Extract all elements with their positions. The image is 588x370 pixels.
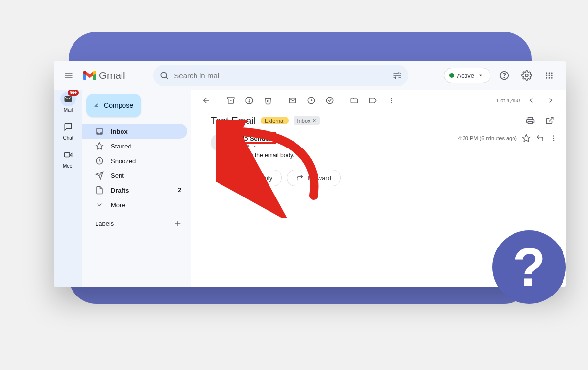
header-actions: Active — [444, 67, 558, 84]
svg-point-9 — [549, 72, 550, 74]
pagination-text: 1 of 4,450 — [496, 98, 520, 103]
print-button[interactable] — [522, 112, 539, 129]
mail-badge: 99+ — [68, 90, 79, 96]
search-bar[interactable] — [153, 65, 408, 86]
reply-button[interactable] — [536, 134, 544, 143]
compose-button[interactable]: Compose — [86, 94, 141, 117]
nav-starred[interactable]: Starred — [82, 139, 187, 153]
task-icon — [325, 96, 334, 105]
trash-icon — [264, 96, 272, 105]
back-button[interactable] — [198, 92, 215, 109]
svg-point-11 — [546, 75, 547, 76]
support-button[interactable] — [495, 67, 513, 84]
more-button[interactable] — [383, 92, 400, 109]
prev-button[interactable] — [523, 92, 539, 109]
move-to-button[interactable] — [346, 92, 363, 109]
mail-icon: 99+ — [60, 92, 76, 106]
status-button[interactable]: Active — [444, 68, 490, 83]
report-spam-button[interactable] — [241, 92, 258, 109]
forward-icon — [296, 174, 304, 182]
open-new-window-button[interactable] — [541, 112, 558, 129]
gmail-logo-icon — [83, 71, 96, 80]
remove-label-icon[interactable]: × — [313, 117, 316, 124]
apps-grid-icon — [545, 71, 554, 80]
mail-unread-icon — [288, 96, 297, 105]
sender-avatar[interactable] — [211, 134, 228, 151]
nav-sent[interactable]: Sent — [82, 168, 187, 183]
sender-highlight: No Sender — [235, 132, 276, 144]
main-menu-button[interactable] — [59, 66, 78, 85]
nav-more[interactable]: More — [82, 197, 187, 212]
gmail-window: Gmail Active — [54, 61, 566, 287]
search-icon — [159, 71, 169, 80]
hamburger-icon — [64, 71, 74, 80]
svg-point-40 — [553, 135, 554, 136]
svg-point-12 — [549, 75, 550, 76]
snooze-button[interactable] — [303, 92, 319, 109]
send-icon — [95, 171, 104, 180]
nav-inbox[interactable]: Inbox — [82, 124, 187, 139]
reply-actions: Reply Forward — [191, 159, 566, 186]
svg-point-13 — [551, 75, 553, 76]
add-label-button[interactable] — [173, 219, 182, 228]
chevron-left-icon — [527, 96, 536, 105]
chevron-down-icon — [95, 200, 104, 209]
clock-icon — [307, 96, 316, 105]
rail-chat-label: Chat — [63, 135, 73, 141]
star-button[interactable] — [522, 134, 531, 143]
settings-button[interactable] — [518, 67, 536, 84]
add-task-button[interactable] — [321, 92, 338, 109]
svg-rect-37 — [528, 122, 533, 124]
nav-drafts[interactable]: Drafts 2 — [82, 183, 187, 197]
chevron-down-icon — [252, 143, 258, 149]
search-input[interactable] — [174, 72, 388, 80]
question-mark-icon: ? — [513, 240, 545, 294]
message-more-button[interactable] — [549, 134, 558, 143]
file-icon — [95, 186, 104, 195]
recipient-line[interactable]: to me — [236, 143, 276, 149]
svg-point-15 — [549, 77, 550, 79]
external-chip: External — [261, 117, 288, 124]
svg-rect-36 — [528, 117, 533, 120]
rail-mail[interactable]: 99+ Mail — [60, 92, 76, 113]
message-toolbar: 1 of 4,450 — [191, 90, 566, 111]
email-subject: Test Email — [211, 115, 256, 126]
chat-icon — [60, 120, 76, 134]
labels-button[interactable] — [365, 92, 381, 109]
nav-drafts-label: Drafts — [111, 187, 129, 194]
nav-inbox-label: Inbox — [111, 128, 128, 135]
svg-point-34 — [391, 100, 392, 101]
svg-point-10 — [551, 72, 553, 74]
delete-button[interactable] — [260, 92, 276, 109]
reply-pill[interactable]: Reply — [235, 170, 282, 186]
chevron-down-icon — [477, 72, 484, 79]
inbox-chip[interactable]: Inbox × — [294, 116, 320, 125]
spam-icon — [245, 96, 254, 105]
svg-point-6 — [504, 77, 504, 78]
svg-point-16 — [551, 77, 553, 79]
sidebar: Compose Inbox Starred Snoozed Sent — [82, 90, 191, 287]
folder-move-icon — [350, 96, 359, 105]
meet-icon — [60, 148, 76, 162]
help-icon — [499, 70, 510, 81]
apps-button[interactable] — [540, 67, 558, 84]
subject-row: Test Email External Inbox × — [191, 111, 566, 133]
search-options-icon[interactable] — [392, 71, 402, 80]
rail-chat[interactable]: Chat — [60, 120, 76, 141]
mark-unread-button[interactable] — [284, 92, 301, 109]
svg-point-14 — [546, 77, 547, 79]
recipient-text: to me — [236, 143, 250, 149]
gmail-logo[interactable]: Gmail — [83, 70, 125, 81]
pencil-icon — [94, 100, 98, 110]
status-dot-icon — [449, 73, 454, 78]
archive-button[interactable] — [222, 92, 239, 109]
next-button[interactable] — [542, 92, 559, 109]
nav-snoozed[interactable]: Snoozed — [82, 153, 187, 168]
sender-name: No Sender — [240, 135, 271, 142]
more-vert-icon — [387, 96, 396, 105]
nav-starred-label: Starred — [111, 143, 132, 150]
svg-marker-18 — [96, 143, 103, 149]
rail-meet[interactable]: Meet — [60, 148, 76, 169]
app-header: Gmail Active — [54, 61, 566, 90]
forward-pill[interactable]: Forward — [287, 170, 341, 186]
